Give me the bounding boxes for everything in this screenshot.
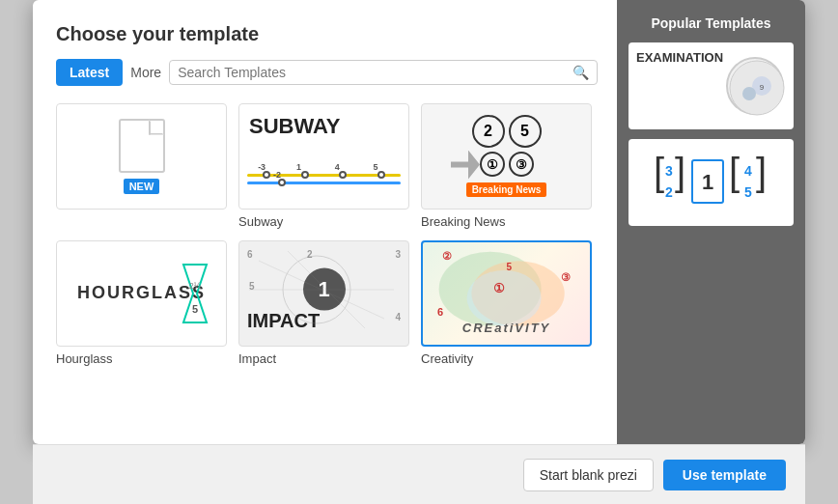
circle-3: ③ xyxy=(509,152,534,177)
latest-tab[interactable]: Latest xyxy=(56,59,123,86)
toolbar: Latest More 🔍 xyxy=(56,59,598,86)
template-item-subway[interactable]: SUBWAY -3 1 4 5 xyxy=(238,103,409,229)
popular-thumb-matrix[interactable]: [ 3 2 ] 1 [ 4 5 ] xyxy=(628,139,794,226)
svg-text:4: 4 xyxy=(744,163,752,179)
svg-text:]: ] xyxy=(756,151,767,193)
cr-num-3: ③ xyxy=(561,271,571,284)
template-thumb-impact: 6 2 3 5 4 1 IMPACT xyxy=(238,240,409,347)
svg-text:2: 2 xyxy=(665,184,673,200)
exam-text: EXAMINATION xyxy=(636,50,723,65)
new-badge: NEW xyxy=(124,179,160,194)
breaking-arrow xyxy=(451,151,480,180)
circle-1: ① xyxy=(480,152,505,177)
hourglass-svg: 5 2½ xyxy=(176,260,214,327)
subway-line-yellow: -3 1 4 5 xyxy=(247,174,401,177)
template-label-creativity: Creativity xyxy=(421,351,592,366)
search-icon[interactable]: 🔍 xyxy=(573,65,589,80)
use-template-button[interactable]: Use template xyxy=(663,460,786,490)
svg-point-8 xyxy=(467,269,542,325)
breaking-badge: Breaking News xyxy=(466,182,547,197)
template-thumb-breaking: 2 5 ① ③ Breaking News xyxy=(421,103,592,210)
dialog: Choose your template Latest More 🔍 NEW xyxy=(33,0,805,504)
cr-num-2: ② xyxy=(442,250,452,263)
breaking-circles: 2 5 xyxy=(472,115,542,148)
search-bar: 🔍 xyxy=(169,60,598,85)
svg-point-11 xyxy=(742,87,756,100)
svg-text:5: 5 xyxy=(744,184,752,200)
template-item-hourglass[interactable]: HOURGLASS 5 2½ Hourglass xyxy=(56,240,227,366)
subway-lines: -3 1 4 5 -2 xyxy=(247,174,401,189)
footer: Start blank prezi Use template xyxy=(33,444,805,505)
template-label-impact: Impact xyxy=(238,351,409,366)
svg-text:5: 5 xyxy=(192,303,198,315)
template-thumb-subway: SUBWAY -3 1 4 5 xyxy=(238,103,409,210)
svg-text:[: [ xyxy=(654,151,664,193)
template-thumb-new: NEW xyxy=(56,103,227,210)
more-tab[interactable]: More xyxy=(130,65,161,80)
subway-line-blue: -2 xyxy=(247,182,401,184)
impact-map-svg xyxy=(239,241,408,346)
sidebar-title: Popular Templates xyxy=(628,15,794,31)
dialog-title: Choose your template xyxy=(56,23,598,45)
sidebar-panel: Popular Templates EXAMINATION 9 [ xyxy=(617,0,805,444)
svg-text:9: 9 xyxy=(760,83,765,92)
circle-2: 2 xyxy=(472,115,505,148)
search-input[interactable] xyxy=(178,65,573,80)
matrix-svg: [ 3 2 ] 1 [ 4 5 ] xyxy=(644,149,779,216)
circle-5: 5 xyxy=(509,115,542,148)
svg-text:3: 3 xyxy=(665,163,673,179)
templates-grid: NEW SUBWAY xyxy=(56,103,598,374)
template-item-impact[interactable]: 6 2 3 5 4 1 IMPACT xyxy=(238,240,409,366)
start-blank-button[interactable]: Start blank prezi xyxy=(523,459,654,491)
svg-text:2½: 2½ xyxy=(189,281,202,291)
svg-text:1: 1 xyxy=(701,170,712,194)
exam-circle: 9 xyxy=(726,57,784,115)
main-panel: Choose your template Latest More 🔍 NEW xyxy=(33,0,617,444)
template-grid-wrapper: NEW SUBWAY xyxy=(56,103,598,444)
template-item-breaking[interactable]: 2 5 ① ③ Breaking News Breaking News xyxy=(421,103,592,229)
exam-svg: 9 xyxy=(728,59,786,117)
creativity-text: CREatiVITY xyxy=(462,321,551,335)
subway-title: SUBWAY xyxy=(249,114,341,139)
template-thumb-hourglass: HOURGLASS 5 2½ xyxy=(56,240,227,347)
cr-num-1: ① xyxy=(493,281,505,295)
template-thumb-creativity: ② ③ 6 ① 5 CREatiVITY xyxy=(421,240,592,347)
template-item-creativity[interactable]: ② ③ 6 ① 5 CREatiVITY Creativity xyxy=(421,240,592,366)
svg-text:[: [ xyxy=(729,151,740,193)
new-file-icon xyxy=(119,119,165,173)
template-label-subway: Subway xyxy=(238,214,409,229)
template-label-breaking: Breaking News xyxy=(421,214,592,229)
popular-thumb-examination[interactable]: EXAMINATION 9 xyxy=(628,42,794,129)
cr-num-5: 5 xyxy=(507,262,513,272)
cr-num-6: 6 xyxy=(437,306,443,318)
template-item-new[interactable]: NEW xyxy=(56,103,227,229)
svg-text:]: ] xyxy=(675,151,685,193)
template-label-hourglass: Hourglass xyxy=(56,351,227,366)
